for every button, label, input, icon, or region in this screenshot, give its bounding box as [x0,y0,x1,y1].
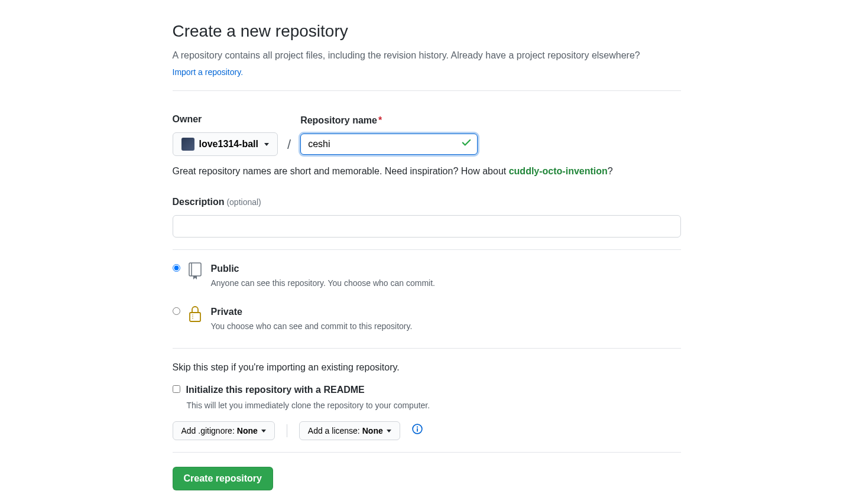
owner-name: love1314-ball [199,139,259,149]
public-title: Public [211,264,239,274]
divider [173,90,681,91]
initialize-readme-checkbox[interactable] [173,385,180,393]
svg-point-8 [417,427,418,428]
repo-icon [187,262,204,283]
subhead-text: A repository contains all project files,… [173,50,640,60]
chevron-down-icon [264,143,269,146]
optional-label: (optional) [226,197,261,207]
private-desc: You choose who can see and commit to thi… [211,320,413,333]
slash-spacer [286,115,292,129]
repo-name-label: Repository name* [300,113,478,128]
svg-rect-0 [189,263,201,276]
public-desc: Anyone can see this repository. You choo… [211,277,436,290]
svg-point-6 [192,318,193,319]
page-subhead: A repository contains all project files,… [173,48,681,63]
svg-rect-3 [190,313,200,321]
visibility-public-option[interactable]: Public Anyone can see this repository. Y… [173,262,681,290]
owner-select-button[interactable]: love1314-ball [173,132,278,156]
add-gitignore-button[interactable]: Add .gitignore: None [173,421,275,440]
owner-repo-row: Owner love1314-ball / Repository name* [173,112,681,156]
create-repository-button[interactable]: Create repository [173,467,274,490]
path-slash: / [286,135,292,154]
separator [287,424,287,437]
info-icon[interactable] [412,424,423,438]
owner-label: Owner [173,112,278,126]
chevron-down-icon [261,430,266,433]
private-radio[interactable] [173,307,180,315]
divider [173,348,681,349]
page-title: Create a new repository [173,19,681,44]
avatar [181,138,194,151]
lock-icon [187,305,204,326]
name-suggestion-link[interactable]: cuddly-octo-invention [509,166,608,176]
repository-name-input[interactable] [300,134,478,155]
svg-point-5 [192,316,193,317]
description-label: Description [173,197,225,207]
divider [173,452,681,453]
name-hint: Great repository names are short and mem… [173,164,681,178]
public-radio[interactable] [173,264,180,272]
required-asterisk: * [378,115,382,125]
readme-label: Initialize this repository with a README [186,385,365,395]
visibility-private-option[interactable]: Private You choose who can see and commi… [173,305,681,333]
svg-marker-2 [193,276,197,279]
skip-import-text: Skip this step if you're importing an ex… [173,360,681,375]
readme-desc: This will let you immediately clone the … [187,399,681,412]
add-license-button[interactable]: Add a license: None [299,421,400,440]
divider [173,249,681,250]
import-repository-link[interactable]: Import a repository. [173,67,244,77]
svg-point-4 [192,314,193,316]
private-title: Private [211,307,242,317]
chevron-down-icon [387,430,391,433]
svg-rect-9 [417,428,418,432]
description-input[interactable] [173,215,681,238]
checkmark-icon [461,137,472,151]
